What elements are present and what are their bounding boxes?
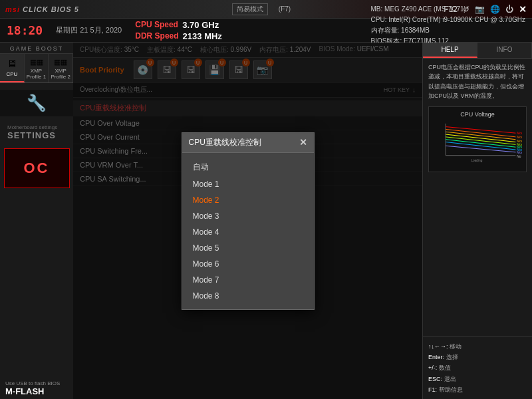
kbd-f1-action: 帮助信息 (439, 386, 463, 393)
kbd-enter-key: Enter: (428, 354, 444, 360)
kbd-shortcuts: ↑↓←→: 移动 Enter: 选择 +/-: 数值 ESC: 退出 F1: 帮… (423, 336, 532, 399)
ddr-speed-label: DDR Speed (135, 31, 178, 41)
modal-item-mode3[interactable]: Mode 3 (182, 208, 314, 224)
svg-text:Mode2: Mode2 (517, 135, 522, 138)
tab-info[interactable]: INFO (477, 43, 532, 58)
second-bar: 18:20 星期四 21 5月, 2020 CPU Speed 3.70 GHz… (0, 19, 532, 43)
wrench-icon: 🔧 (27, 94, 47, 112)
kbd-esc-key: ESC: (428, 376, 442, 382)
ddr-speed-value: 2133 MHz (183, 31, 222, 41)
left-sidebar: GAME BOOST 🖥 CPU ▦▦ XMP Profile 1 ▦▦ XMP… (0, 43, 73, 399)
cpu-boost-label: CPU (1, 71, 23, 77)
ddr-speed-line: DDR Speed 2133 MHz (135, 31, 222, 41)
tab-help[interactable]: HELP (423, 43, 477, 58)
oc-box[interactable]: OC (4, 148, 70, 188)
date-info: 星期四 21 5月, 2020 (56, 25, 122, 35)
kbd-row-4: F1: 帮助信息 (428, 384, 527, 395)
modal-item-auto[interactable]: 自动 (182, 158, 314, 176)
kbd-num-key: +/-: (428, 364, 437, 371)
cpu-speed-value: 3.70 GHz (182, 20, 219, 30)
modal-item-mode8[interactable]: Mode 8 (182, 288, 314, 304)
settings-label: SETTINGS (7, 130, 68, 140)
kbd-enter-action: 选择 (446, 354, 458, 360)
top-center: 简易模式 (F7) (232, 3, 291, 15)
svg-text:No OV: No OV (517, 154, 522, 158)
modal-item-mode7[interactable]: Mode 7 (182, 272, 314, 288)
msi-text: msi (5, 5, 20, 13)
mb-info: MB: MEG Z490 ACE (MS-7C71) (371, 4, 525, 15)
modal-overlay: CPU重载线校准控制 ✕ 自动 Mode 1 Mode 2 Mode 3 Mod… (73, 43, 422, 399)
cpu-info: CPU: Intel(R) Core(TM) i9-10900K CPU @ 3… (371, 15, 525, 25)
clock-time: 18:20 (7, 23, 43, 37)
right-sidebar: HELP INFO CPU电压会根据CPU的负载呈比例性递减，本项目重载线校越高… (422, 43, 532, 399)
xmp1-label: XMP Profile 1 (26, 68, 47, 80)
kbd-row-3: ESC: 退出 (428, 374, 527, 384)
kbd-num-action: 数值 (439, 364, 451, 371)
modal-item-mode5[interactable]: Mode 5 (182, 240, 314, 256)
cpu-speed-label: CPU Speed (135, 20, 178, 29)
center-content: CPU核心温度: 35°C 主板温度: 44°C 核心电压: 0.996V 内存… (73, 43, 422, 399)
sidebar-item-settings[interactable]: Motherboard settings SETTINGS (0, 122, 73, 143)
kbd-move-key: ↑↓←→: (428, 343, 448, 350)
f7-label: (F7) (279, 5, 291, 13)
m-flash-area[interactable]: Use USB to flash BIOS M-FLASH (0, 378, 73, 399)
m-flash-title: M-FLASH (5, 386, 68, 396)
clock-area: 18:20 (7, 23, 43, 37)
wrench-icon-area: 🔧 (0, 90, 73, 116)
svg-text:Mode1: Mode1 (517, 132, 522, 135)
help-info-tabs: HELP INFO (423, 43, 532, 59)
msi-logo: msi CLICK BIOS 5 (5, 5, 79, 13)
xmp2-icon: ▦▦ (50, 58, 71, 66)
cpu-boost-icon: 🖥 (1, 58, 23, 70)
svg-text:Mode7: Mode7 (517, 150, 522, 154)
boost-tab-xmp1[interactable]: ▦▦ XMP Profile 1 (25, 54, 49, 82)
modal-item-mode2[interactable]: Mode 2 (182, 192, 314, 208)
modal-title: CPU重载线校准控制 (189, 137, 261, 148)
oc-label: OC (24, 160, 50, 177)
kbd-esc-action: 退出 (444, 376, 456, 382)
kbd-move-action: 移动 (450, 343, 462, 350)
modal-item-mode4[interactable]: Mode 4 (182, 224, 314, 240)
kbd-row-1: Enter: 选择 (428, 352, 527, 362)
modal-close-button[interactable]: ✕ (299, 137, 307, 148)
speed-info: CPU Speed 3.70 GHz DDR Speed 2133 MHz (135, 20, 222, 41)
modal-item-mode1[interactable]: Mode 1 (182, 176, 314, 192)
modal-body: 自动 Mode 1 Mode 2 Mode 3 Mode 4 Mode 5 Mo… (182, 153, 314, 309)
main-area: GAME BOOST 🖥 CPU ▦▦ XMP Profile 1 ▦▦ XMP… (0, 43, 532, 399)
logo-area: msi CLICK BIOS 5 (5, 5, 79, 13)
modal-item-mode6[interactable]: Mode 6 (182, 256, 314, 272)
help-content: CPU电压会根据CPU的负载呈比例性递减，本项目重载线校越高时，将可以提高电压值… (423, 59, 532, 336)
click-bios-text: CLICK BIOS 5 (23, 5, 79, 13)
cpu-speed-line: CPU Speed 3.70 GHz (135, 20, 222, 30)
help-text: CPU电压会根据CPU的负载呈比例性递减，本项目重载线校越高时，将可以提高电压值… (428, 63, 527, 101)
m-flash-sub: Use USB to flash BIOS (5, 380, 68, 386)
kbd-f1-key: F1: (428, 386, 437, 393)
chart-title: CPU Voltage (433, 111, 522, 118)
boost-tabs: 🖥 CPU ▦▦ XMP Profile 1 ▦▦ XMP Profile 2 (0, 54, 73, 83)
kbd-row-2: +/-: 数值 (428, 362, 527, 373)
cpu-voltage-chart: CPU Voltage Mode1 (428, 106, 527, 172)
boost-tab-xmp2[interactable]: ▦▦ XMP Profile 2 (49, 54, 73, 82)
mem-info: 内存容量: 16384MB (371, 25, 525, 36)
cpu-voltage-svg: Mode1 Mode2 Mode3 Mode4 Mode5 Mode6 Mode… (433, 120, 522, 165)
kbd-row-0: ↑↓←→: 移动 (428, 341, 527, 352)
svg-text:Mode3: Mode3 (517, 139, 522, 142)
xmp2-label: XMP Profile 2 (50, 68, 71, 80)
game-boost-label: GAME BOOST (0, 43, 73, 54)
boost-tab-cpu[interactable]: 🖥 CPU (0, 54, 25, 82)
simple-mode-label[interactable]: 简易模式 (232, 3, 268, 15)
settings-sub-label: Motherboard settings (7, 124, 68, 130)
modal-title-bar: CPU重载线校准控制 ✕ (182, 133, 314, 153)
xmp1-icon: ▦▦ (26, 58, 47, 66)
svg-text:Loading: Loading (471, 159, 482, 162)
left-nav: 🔧 Motherboard settings SETTINGS OC (0, 83, 73, 378)
modal-dialog: CPU重载线校准控制 ✕ 自动 Mode 1 Mode 2 Mode 3 Mod… (182, 132, 315, 310)
